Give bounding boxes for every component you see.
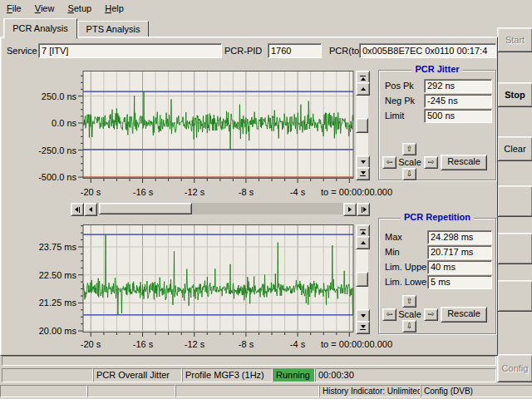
x-tick-label: -12 s xyxy=(177,187,212,197)
rescale-button[interactable]: Rescale xyxy=(441,307,487,323)
menu-view[interactable]: View xyxy=(28,2,62,15)
x-tick-label: -20 s xyxy=(73,339,108,349)
pcr-repetition-panel: PCR Repetition Max 24.298 ms Min 20.717 … xyxy=(378,218,496,334)
menu-help[interactable]: Help xyxy=(98,2,131,15)
x-axis-end-time-label: to = 00:00:00.000 xyxy=(321,339,392,349)
y-tick-label: 0.0 ns xyxy=(52,118,76,128)
x-tick-label: -16 s xyxy=(126,187,160,197)
footer-history-indicator: History Indicator: Unlimited xyxy=(319,385,421,397)
neg-pk-label: Neg Pk xyxy=(385,94,415,107)
pos-pk-label: Pos Pk xyxy=(385,79,414,92)
min-label: Min xyxy=(385,245,400,259)
tab-pts-analysis[interactable]: PTS Analysis xyxy=(77,21,149,38)
pcr-analyzer-window: File View Setup Help PCR Analysis PTS An… xyxy=(0,0,532,399)
y-tick-label: 21.25 ms xyxy=(39,298,76,308)
y-tick-label: 23.75 ms xyxy=(39,242,76,252)
x-tick-label: -20 s xyxy=(73,187,108,197)
x-tick-label: -16 s xyxy=(126,339,160,349)
scroll-up-icon[interactable] xyxy=(356,82,370,96)
service-label: Service xyxy=(7,46,37,56)
scroll-far-right-icon[interactable] xyxy=(357,203,370,216)
min-value: 20.717 ms xyxy=(427,245,492,259)
scroll-thumb[interactable] xyxy=(356,118,368,133)
limit-label: Limit xyxy=(385,109,404,122)
y-tick-label: 20.00 ms xyxy=(39,326,76,336)
service-field[interactable]: 7 [ITV] xyxy=(38,43,222,58)
clear-button[interactable]: Clear xyxy=(497,136,532,161)
status-running: Running xyxy=(273,368,315,382)
time-horizontal-scrollbar[interactable] xyxy=(71,203,370,214)
lim-lower-label: Lim. Lower xyxy=(385,275,430,288)
pos-pk-value: 292 ns xyxy=(424,79,492,93)
pcr-to-field: 0x005B8E7EC 0x0110 00:17:4 xyxy=(359,43,496,58)
pcr-repetition-title: PCR Repetition xyxy=(401,212,474,222)
lim-upper-label: Lim. Upper xyxy=(385,260,430,273)
menu-bar: File View Setup Help xyxy=(0,0,532,16)
x-tick-label: -4 s xyxy=(280,187,315,197)
footer-cell-empty xyxy=(175,385,319,397)
x-tick-label: -4 s xyxy=(280,339,315,349)
pcr-pid-field[interactable]: 1760 xyxy=(268,43,322,58)
pcr-repetition-chart xyxy=(78,224,354,337)
scroll-bottom-icon[interactable] xyxy=(356,167,370,180)
status-elapsed: 00:00:30 xyxy=(315,368,496,382)
pcr-repetition-x-axis: -20 s-16 s-12 s-8 s-4 sto = 00:00:00.000 xyxy=(0,339,532,350)
status-mode: PCR Overall Jitter xyxy=(93,368,182,382)
scale-right-icon[interactable]: ⇨ xyxy=(424,156,438,169)
progress-strip xyxy=(2,356,496,366)
lim-upper-value[interactable]: 40 ms xyxy=(427,260,492,274)
max-label: Max xyxy=(385,230,402,244)
scale-left-icon[interactable]: ⇦ xyxy=(382,308,397,321)
pcr-jitter-y-axis: 250.0 ns0.0 ns-250.0 ns-500.0 ns xyxy=(23,71,76,179)
pcr-jitter-panel: PCR Jitter Pos Pk 292 ns Neg Pk -245 ns … xyxy=(378,70,496,180)
footer-cell-empty xyxy=(87,385,175,397)
limit-value[interactable]: 500 ns xyxy=(424,109,492,123)
pcr-repetition-y-axis: 23.75 ms22.50 ms21.25 ms20.00 ms xyxy=(23,224,76,332)
scale-up-icon[interactable]: ⇧ xyxy=(402,143,416,155)
scroll-left-icon[interactable] xyxy=(84,203,97,216)
x-tick-label: -12 s xyxy=(177,339,212,349)
neg-pk-value: -245 ns xyxy=(424,94,492,108)
pcr-jitter-chart xyxy=(78,71,354,184)
blank-button xyxy=(497,233,532,264)
blank-button xyxy=(497,280,532,312)
start-button[interactable]: Start xyxy=(497,27,532,52)
x-axis-end-time-label: to = 00:00:00.000 xyxy=(321,187,392,197)
repetition-vertical-scrollbar[interactable] xyxy=(356,224,368,332)
lim-lower-value[interactable]: 5 ms xyxy=(427,275,492,289)
scroll-track[interactable] xyxy=(97,203,343,214)
scale-left-icon[interactable]: ⇦ xyxy=(382,156,397,169)
y-tick-label: 22.50 ms xyxy=(39,270,76,280)
scroll-up-icon[interactable] xyxy=(356,236,370,249)
scroll-bottom-icon[interactable] xyxy=(356,321,370,334)
max-value: 24.298 ms xyxy=(427,230,492,244)
scroll-far-left-icon[interactable] xyxy=(71,203,84,216)
x-tick-label: -8 s xyxy=(229,187,264,197)
scale-down-icon[interactable]: ⇩ xyxy=(402,168,416,180)
tab-pcr-analysis[interactable]: PCR Analysis xyxy=(3,18,77,39)
scale-label: Scale xyxy=(397,309,423,319)
footer-config-mode: Config (DVB) xyxy=(421,385,532,397)
menu-setup[interactable]: Setup xyxy=(61,2,98,15)
menu-file[interactable]: File xyxy=(0,2,28,15)
status-profile: Profile MGF3 (1Hz) xyxy=(182,368,273,382)
pcr-to-label: PCR(to) xyxy=(329,46,362,56)
x-tick-label: -8 s xyxy=(229,339,264,349)
jitter-vertical-scrollbar[interactable] xyxy=(356,71,368,179)
scale-up-icon[interactable]: ⇧ xyxy=(402,295,416,308)
rescale-button[interactable]: Rescale xyxy=(441,155,487,170)
footer-cell-empty xyxy=(0,385,87,397)
pcr-pid-label: PCR-PID xyxy=(224,46,262,56)
config-button[interactable]: Config xyxy=(497,354,532,382)
y-tick-label: 250.0 ns xyxy=(42,91,76,101)
scroll-thumb[interactable] xyxy=(356,272,368,287)
scale-label: Scale xyxy=(397,157,423,167)
scale-down-icon[interactable]: ⇩ xyxy=(402,320,416,332)
pcr-jitter-x-axis: -20 s-16 s-12 s-8 s-4 sto = 00:00:00.000 xyxy=(0,187,532,198)
scroll-right-icon[interactable] xyxy=(343,203,357,216)
stop-button[interactable]: Stop xyxy=(497,82,532,107)
scale-right-icon[interactable]: ⇨ xyxy=(424,308,438,321)
scroll-thumb[interactable] xyxy=(99,203,192,214)
y-tick-label: -250.0 ns xyxy=(38,145,76,155)
status-cell-empty xyxy=(2,368,93,382)
